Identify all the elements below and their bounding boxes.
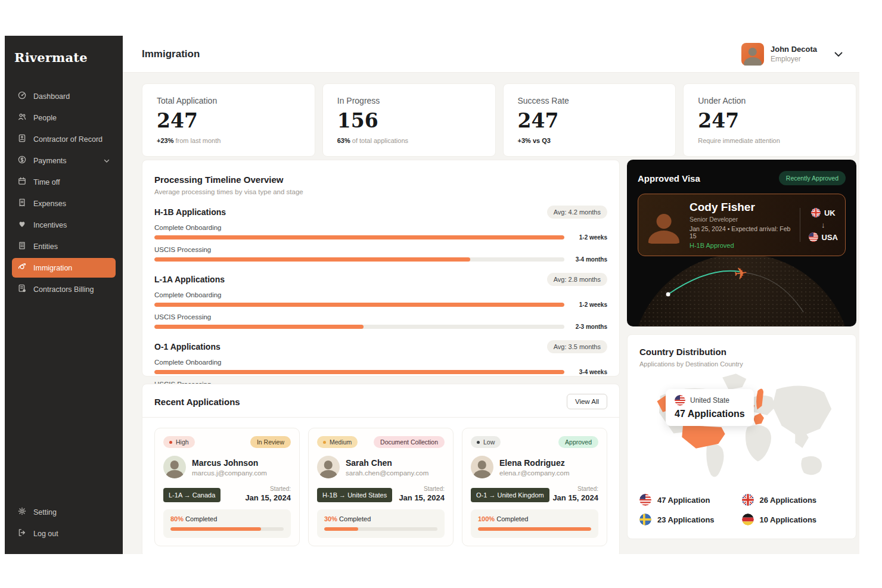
avatar [163, 456, 186, 478]
receipt-icon [18, 198, 26, 209]
country-distribution-card: Country Distribution Applications by Des… [627, 334, 856, 539]
payments-icon [18, 155, 26, 166]
user-menu[interactable]: John Decota Employer [741, 43, 843, 66]
completion-pct: 100% [478, 515, 495, 522]
sidebar-item-incentives[interactable]: Incentives [12, 215, 116, 235]
brand-logo: Rivermate [5, 50, 123, 65]
sidebar-item-expenses[interactable]: Expenses [12, 194, 116, 213]
completion-progress: 80% Completed [163, 509, 291, 538]
map-region-usa [682, 425, 725, 449]
sidebar-item-immigration[interactable]: Immigration [12, 258, 116, 278]
sidebar-item-entities[interactable]: Entities [12, 237, 116, 256]
legend-label: 47 Application [657, 496, 710, 505]
sidebar-item-logout[interactable]: Log out [12, 524, 116, 543]
priority-dot [323, 441, 326, 444]
visa-type-name: H-1B Applications [154, 207, 226, 217]
sidebar-item-label: Immigration [33, 264, 72, 272]
legend-item-sweden: 23 Applications [639, 514, 742, 525]
us-flag-icon [675, 395, 685, 406]
avg-badge: Avg: 4.2 months [547, 206, 607, 219]
applicant-name: Marcus Johnson [192, 458, 267, 468]
sidebar-item-label: Contractor of Record [33, 135, 103, 144]
page-title: Immigration [142, 48, 200, 60]
application-card-elena-rodriguez[interactable]: Low Approved Elena Rodriguez elena.r@com… [462, 428, 607, 546]
recently-approved-badge: Recently Approved [779, 171, 846, 185]
processing-timeline-card: Processing Timeline Overview Average pro… [142, 160, 620, 377]
progress-fill [324, 527, 358, 531]
status-badge: In Review [250, 436, 291, 448]
top-header: Immigration John Decota Employer [123, 36, 859, 73]
sidebar-item-label: Expenses [33, 200, 66, 208]
stat-note: +3% vs Q3 [518, 137, 662, 144]
progress-fill [154, 325, 364, 329]
application-card-marcus-johnson[interactable]: High In Review Marcus Johnson marcus.j@c… [154, 428, 300, 546]
sidebar-item-setting[interactable]: Setting [12, 502, 116, 522]
legend-label: 26 Applications [760, 496, 817, 505]
heart-icon [18, 220, 26, 230]
recent-applications-card: Recent Applications View All High In Rev… [142, 384, 620, 554]
sweden-flag-icon [639, 514, 651, 525]
progress-bar: 1-2 weeks [154, 301, 607, 308]
timeline-subtitle: Average processing times by visa type an… [154, 188, 607, 195]
applicant-email: elena.r@company.com [499, 469, 570, 477]
progress-fill [170, 527, 261, 531]
country-distribution-subtitle: Applications by Destination Country [639, 360, 844, 368]
stat-value: 156 [337, 109, 481, 132]
content-area: Total Application 247 +23% from last mon… [123, 73, 859, 554]
person-name: Cody Fisher [690, 201, 791, 214]
sidebar-item-people[interactable]: People [12, 108, 116, 127]
uk-flag-icon [811, 208, 821, 217]
application-card-sarah-chen[interactable]: Medium Document Collection Sarah Chen sa… [308, 428, 454, 546]
sidebar-item-dashboard[interactable]: Dashboard [12, 86, 116, 106]
chevron-down-icon [104, 157, 110, 165]
main-area: Immigration John Decota Employer Total A… [123, 36, 859, 554]
stat-label: In Progress [337, 96, 481, 105]
sidebar-item-contractor-of-record[interactable]: Contractor of Record [12, 129, 116, 149]
sidebar-item-label: Setting [33, 508, 57, 517]
uk-flag-icon [742, 494, 754, 506]
chevron-down-icon[interactable] [834, 49, 843, 60]
view-all-button[interactable]: View All [567, 394, 607, 409]
started-date: Jan 15, 2024 [399, 493, 445, 502]
completion-pct: 80% [170, 515, 184, 522]
sidebar-item-payments[interactable]: Payments [12, 151, 116, 170]
arrow-down-icon: ↓ [821, 220, 825, 229]
started-date: Jan 15, 2024 [552, 493, 598, 502]
sidebar-item-contractors-billing[interactable]: Contractors Billing [12, 279, 116, 299]
started-date: Jan 15, 2024 [245, 493, 291, 502]
stat-label: Total Application [157, 96, 300, 105]
sidebar-item-label: Time off [33, 178, 60, 186]
visa-status: H-1B Approved [690, 242, 791, 249]
visa-type-name: L-1A Applications [154, 275, 225, 284]
stat-card-in-progress: In Progress 156 63% of total application… [322, 83, 496, 157]
billing-icon [18, 284, 26, 294]
applicant-email: marcus.j@company.com [192, 469, 267, 477]
sidebar-item-time-off[interactable]: Time off [12, 172, 116, 192]
progress-fill [154, 235, 564, 239]
logout-icon [18, 528, 26, 539]
legend-label: 10 Applications [760, 515, 817, 524]
applicant-name: Elena Rodriguez [499, 458, 570, 468]
sidebar-item-label: Log out [33, 530, 58, 538]
priority-badge: Low [471, 436, 501, 448]
visa-type-name: O-1 Applications [154, 342, 220, 351]
plane-icon: ✈ [733, 264, 749, 284]
globe-orbit-icon [18, 263, 26, 273]
person-role: Senior Developer [690, 216, 791, 223]
route-to: USA [822, 233, 838, 242]
tooltip-country: United State [690, 396, 729, 405]
legend-item-germany: 10 Applications [742, 514, 844, 525]
stats-row: Total Application 247 +23% from last mon… [142, 83, 856, 155]
sidebar-item-label: Incentives [33, 221, 67, 229]
visa-route-badge: O-1 → United Kingdom [471, 488, 549, 502]
sidebar-item-label: Dashboard [33, 92, 70, 101]
stat-label: Under Action [698, 96, 841, 105]
stage-label: Complete Onboarding [154, 291, 607, 298]
avatar [471, 456, 493, 478]
calendar-icon [18, 177, 26, 187]
avatar [645, 207, 682, 244]
stat-value: 247 [698, 109, 841, 132]
approved-visa-person-card[interactable]: Cody Fisher Senior Developer Jan 25, 202… [638, 194, 846, 256]
stage-label: Complete Onboarding [154, 224, 607, 231]
germany-flag-icon [742, 514, 754, 525]
